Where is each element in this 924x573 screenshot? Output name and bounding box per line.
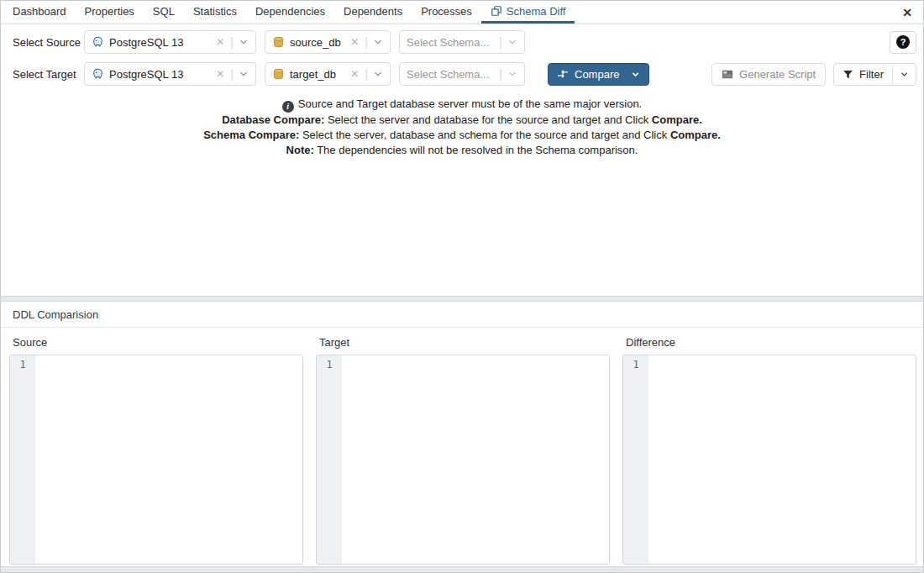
clear-icon[interactable]: ✕ xyxy=(216,36,224,48)
source-ddl-editor[interactable]: 1 xyxy=(9,355,303,565)
info-line-3: Schema Compare: Select the server, datab… xyxy=(1,128,923,143)
source-database-value: source_db xyxy=(290,36,345,49)
script-icon xyxy=(722,69,733,80)
tab-label: SQL xyxy=(153,5,175,18)
difference-ddl-code[interactable] xyxy=(648,355,916,564)
tab-dependencies[interactable]: Dependencies xyxy=(246,1,334,24)
ddl-difference-column: Difference 1 xyxy=(622,333,916,565)
tab-schema-diff[interactable]: Schema Diff xyxy=(481,1,575,24)
info-text: Source and Target database server must b… xyxy=(298,97,642,110)
difference-ddl-editor[interactable]: 1 xyxy=(622,355,916,565)
chevron-down-icon[interactable] xyxy=(373,37,383,47)
source-ddl-code[interactable] xyxy=(35,355,302,564)
generate-script-button[interactable]: Generate Script xyxy=(711,63,826,86)
info-line-2: Database Compare: Select the server and … xyxy=(1,113,923,128)
chevron-down-icon[interactable] xyxy=(507,69,517,79)
clear-icon[interactable]: ✕ xyxy=(216,68,224,80)
line-number-gutter: 1 xyxy=(317,355,342,564)
tab-label: Processes xyxy=(421,5,472,18)
clear-icon[interactable]: ✕ xyxy=(350,36,359,48)
info-bold: Database Compare: xyxy=(222,113,324,126)
info-icon: i xyxy=(282,101,294,113)
chevron-down-icon[interactable] xyxy=(892,64,916,85)
target-database-value: target_db xyxy=(290,68,345,81)
close-icon[interactable]: ✕ xyxy=(891,1,923,24)
filter-button-main[interactable]: Filter xyxy=(834,64,892,85)
compare-button-label: Compare xyxy=(575,68,619,81)
info-text: The dependencies will not be resolved in… xyxy=(317,144,638,156)
info-bold: Note: xyxy=(286,144,314,156)
select-target-label: Select Target xyxy=(1,68,84,81)
separator: | xyxy=(499,35,502,49)
comparison-controls-panel: Select Source PostgreSQL 13 ✕ | xyxy=(1,24,923,297)
tab-dependents[interactable]: Dependents xyxy=(334,1,412,24)
ddl-source-column: Source 1 xyxy=(9,333,303,565)
tab-dashboard[interactable]: Dashboard xyxy=(1,1,76,24)
tab-label: Statistics xyxy=(193,5,237,18)
separator: | xyxy=(230,35,234,49)
target-ddl-code[interactable] xyxy=(342,355,609,564)
target-schema-select[interactable]: Select Schema... | xyxy=(399,62,525,86)
separator: | xyxy=(365,67,368,81)
line-number-gutter: 1 xyxy=(10,355,35,564)
tab-properties[interactable]: Properties xyxy=(76,1,144,24)
info-bold: Compare. xyxy=(670,129,721,141)
schema-diff-icon xyxy=(491,5,502,17)
target-database-select[interactable]: target_db ✕ | xyxy=(265,62,391,86)
source-schema-placeholder: Select Schema... xyxy=(407,36,499,49)
tab-label: Dashboard xyxy=(13,5,66,18)
compare-arrows-icon xyxy=(557,69,569,79)
tab-sql[interactable]: SQL xyxy=(144,1,184,24)
info-block: iSource and Target database server must … xyxy=(1,97,923,158)
ddl-comparison-panel: DDL Comparision Source 1 Target 1 Differ… xyxy=(1,301,923,567)
help-button[interactable]: ? xyxy=(890,31,916,54)
tab-label: Dependents xyxy=(344,5,402,18)
tab-statistics[interactable]: Statistics xyxy=(184,1,246,24)
compare-button[interactable]: Compare xyxy=(548,63,649,86)
postgresql-icon xyxy=(92,68,104,81)
funnel-icon xyxy=(843,69,853,80)
info-text: Select the server, database and schema f… xyxy=(302,129,667,141)
target-server-select[interactable]: PostgreSQL 13 ✕ | xyxy=(84,62,256,86)
chevron-down-icon[interactable] xyxy=(239,69,249,79)
separator: | xyxy=(499,67,502,81)
info-bold: Compare. xyxy=(652,113,702,126)
info-bold: Schema Compare: xyxy=(203,129,299,141)
database-icon xyxy=(272,68,285,81)
source-server-select[interactable]: PostgreSQL 13 ✕ | xyxy=(84,30,256,54)
chevron-down-icon[interactable] xyxy=(626,70,645,79)
separator: | xyxy=(230,67,234,81)
tab-label: Schema Diff xyxy=(507,5,566,18)
separator: | xyxy=(365,35,368,49)
clear-icon[interactable]: ✕ xyxy=(350,68,359,80)
schema-diff-window: Dashboard Properties SQL Statistics Depe… xyxy=(0,0,924,573)
postgresql-icon xyxy=(92,36,104,49)
target-schema-placeholder: Select Schema... xyxy=(407,68,499,81)
target-ddl-editor[interactable]: 1 xyxy=(316,355,610,565)
chevron-down-icon[interactable] xyxy=(507,37,517,47)
database-icon xyxy=(272,36,285,49)
source-database-select[interactable]: source_db ✕ | xyxy=(265,30,391,54)
filter-button-label: Filter xyxy=(859,68,884,81)
target-row: Select Target PostgreSQL 13 ✕ | xyxy=(1,62,916,86)
info-text: Select the server and database for the s… xyxy=(328,113,648,126)
ddl-difference-header: Difference xyxy=(626,336,916,349)
ddl-source-header: Source xyxy=(13,336,303,349)
tab-bar: Dashboard Properties SQL Statistics Depe… xyxy=(1,1,923,24)
info-line-4: Note: The dependencies will not be resol… xyxy=(1,143,923,158)
source-row: Select Source PostgreSQL 13 ✕ | xyxy=(1,30,916,54)
ddl-target-header: Target xyxy=(319,336,610,349)
ddl-comparison-title: DDL Comparision xyxy=(1,302,923,328)
source-server-value: PostgreSQL 13 xyxy=(109,36,211,49)
chevron-down-icon[interactable] xyxy=(373,69,383,79)
info-line-1: iSource and Target database server must … xyxy=(1,97,923,113)
tab-label: Dependencies xyxy=(255,5,325,18)
ddl-target-column: Target 1 xyxy=(316,333,610,565)
source-schema-select[interactable]: Select Schema... | xyxy=(399,30,525,54)
tab-processes[interactable]: Processes xyxy=(412,1,481,24)
select-source-label: Select Source xyxy=(1,36,84,49)
filter-button[interactable]: Filter xyxy=(833,63,916,86)
question-icon: ? xyxy=(896,35,910,49)
chevron-down-icon[interactable] xyxy=(239,37,249,47)
ddl-columns: Source 1 Target 1 Difference 1 xyxy=(1,328,923,565)
